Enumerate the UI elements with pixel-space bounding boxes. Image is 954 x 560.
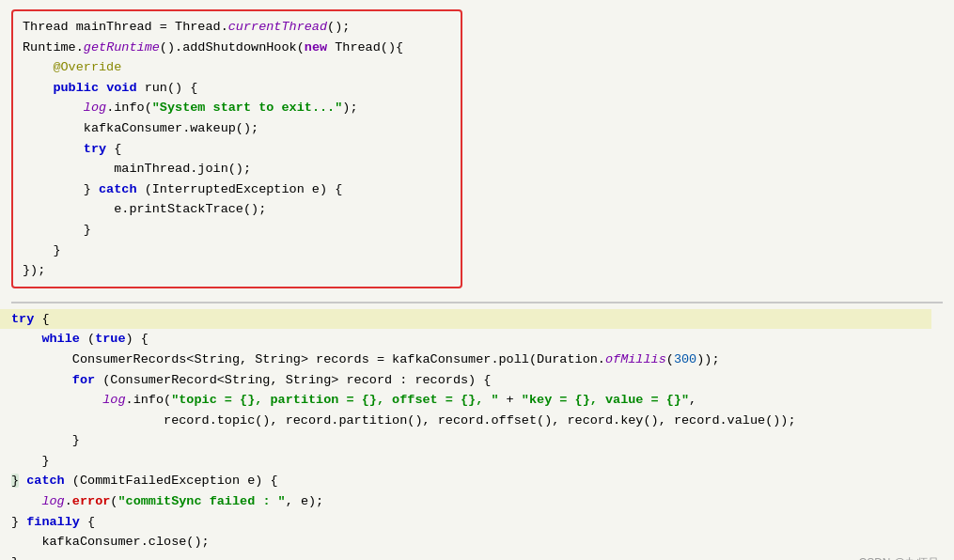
log-line1: log.info("topic = {}, partition = {}, of…: [11, 390, 943, 411]
red-box-section: Thread mainThread = Thread.currentThread…: [11, 9, 462, 288]
watermark: CSDN @九师兄: [858, 554, 939, 560]
separator: [11, 302, 943, 303]
code-line-3: @Override: [23, 57, 451, 78]
for-line: for (ConsumerRecord<String, String> reco…: [11, 370, 943, 391]
close-line: kafkaConsumer.close();: [11, 532, 943, 552]
code-line-13: });: [23, 260, 451, 281]
code-line-8: mainThread.join();: [23, 159, 451, 179]
while-line: while (true) {: [11, 329, 943, 350]
code-section-2: try { while (true) { ConsumerRecords<Str…: [11, 309, 943, 560]
inner-close2: }: [11, 451, 943, 472]
inner-close1: }: [11, 430, 943, 451]
code-line-12: }: [23, 241, 451, 261]
try-line: try {: [0, 309, 931, 330]
code-line-10: e.printStackTrace();: [23, 199, 451, 220]
poll-line: ConsumerRecords<String, String> records …: [11, 350, 943, 370]
code-container: Thread mainThread = Thread.currentThread…: [0, 0, 954, 560]
code-line-9: } catch (InterruptedException e) {: [23, 179, 451, 200]
log-line2: record.topic(), record.partition(), reco…: [11, 411, 943, 431]
catch-line: } catch (CommitFailedException e) {: [11, 471, 943, 491]
code-line-6: kafkaConsumer.wakeup();: [23, 118, 451, 139]
code-line-11: }: [23, 220, 451, 241]
error-line: log.error("commitSync failed : ", e);: [11, 491, 943, 512]
code-line-2: Runtime.getRuntime().addShutdownHook(new…: [23, 38, 451, 58]
finally-line: } finally {: [11, 512, 943, 533]
final-close: }: [11, 552, 943, 560]
code-line-5: log.info("System start to exit...");: [23, 98, 451, 118]
code-line-7: try {: [23, 139, 451, 160]
code-line-1: Thread mainThread = Thread.currentThread…: [23, 17, 451, 38]
code-line-4: public void run() {: [23, 78, 451, 99]
